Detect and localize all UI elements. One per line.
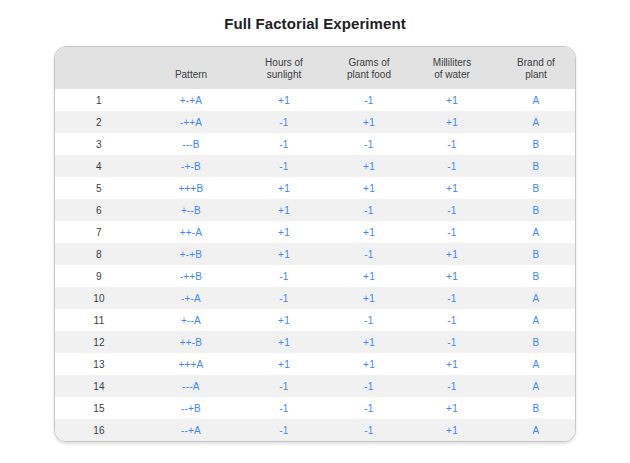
cell-pattern: ---B xyxy=(143,133,239,155)
cell-milliliters-of-water: -1 xyxy=(409,287,495,309)
cell-hours-of-sunlight: +1 xyxy=(239,353,329,375)
cell-grams-of-plant-food: -1 xyxy=(329,397,409,419)
page-title: Full Factorial Experiment xyxy=(0,15,630,32)
cell-row-number: 12 xyxy=(55,331,143,353)
cell-row-number: 3 xyxy=(55,133,143,155)
cell-grams-of-plant-food: -1 xyxy=(329,243,409,265)
cell-hours-of-sunlight: -1 xyxy=(239,397,329,419)
cell-hours-of-sunlight: -1 xyxy=(239,133,329,155)
cell-milliliters-of-water: -1 xyxy=(409,133,495,155)
table-row: 4-+-B-1+1-1B xyxy=(55,155,576,177)
cell-milliliters-of-water: +1 xyxy=(409,177,495,199)
table-row: 1+-+A+1-1+1A xyxy=(55,89,576,111)
cell-pattern: --+A xyxy=(143,419,239,441)
column-header-grams-of-plant-food: Grams of plant food xyxy=(329,47,409,89)
cell-row-number: 1 xyxy=(55,89,143,111)
cell-hours-of-sunlight: +1 xyxy=(239,309,329,331)
cell-milliliters-of-water: +1 xyxy=(409,243,495,265)
cell-grams-of-plant-food: +1 xyxy=(329,111,409,133)
column-header-row-number xyxy=(55,47,143,89)
table-header: Pattern Hours of sunlight Grams of plant… xyxy=(55,47,576,89)
column-header-brand-of-plant: Brand of plant xyxy=(495,47,576,89)
cell-hours-of-sunlight: +1 xyxy=(239,89,329,111)
cell-milliliters-of-water: +1 xyxy=(409,353,495,375)
table-row: 10-+-A-1+1-1A xyxy=(55,287,576,309)
cell-grams-of-plant-food: +1 xyxy=(329,155,409,177)
cell-pattern: +-+A xyxy=(143,89,239,111)
cell-grams-of-plant-food: +1 xyxy=(329,265,409,287)
cell-row-number: 16 xyxy=(55,419,143,441)
cell-grams-of-plant-food: -1 xyxy=(329,199,409,221)
cell-brand-of-plant: A xyxy=(495,111,576,133)
cell-hours-of-sunlight: +1 xyxy=(239,331,329,353)
cell-pattern: --+B xyxy=(143,397,239,419)
cell-brand-of-plant: A xyxy=(495,221,576,243)
cell-grams-of-plant-food: +1 xyxy=(329,177,409,199)
column-header-milliliters-of-water: Milliliters of water xyxy=(409,47,495,89)
table-row: 15--+B-1-1+1B xyxy=(55,397,576,419)
cell-grams-of-plant-food: +1 xyxy=(329,287,409,309)
cell-brand-of-plant: A xyxy=(495,287,576,309)
cell-hours-of-sunlight: -1 xyxy=(239,375,329,397)
cell-grams-of-plant-food: -1 xyxy=(329,309,409,331)
cell-brand-of-plant: B xyxy=(495,133,576,155)
experiment-table-card: Pattern Hours of sunlight Grams of plant… xyxy=(54,46,576,442)
cell-milliliters-of-water: -1 xyxy=(409,221,495,243)
cell-milliliters-of-water: +1 xyxy=(409,111,495,133)
table-body: 1+-+A+1-1+1A2-++A-1+1+1A3---B-1-1-1B4-+-… xyxy=(55,89,576,441)
cell-row-number: 11 xyxy=(55,309,143,331)
cell-grams-of-plant-food: +1 xyxy=(329,221,409,243)
cell-milliliters-of-water: +1 xyxy=(409,397,495,419)
cell-milliliters-of-water: -1 xyxy=(409,309,495,331)
cell-row-number: 7 xyxy=(55,221,143,243)
table-row: 5+++B+1+1+1B xyxy=(55,177,576,199)
cell-pattern: ---A xyxy=(143,375,239,397)
cell-grams-of-plant-food: -1 xyxy=(329,375,409,397)
cell-grams-of-plant-food: -1 xyxy=(329,133,409,155)
cell-pattern: -++B xyxy=(143,265,239,287)
table-row: 14---A-1-1-1A xyxy=(55,375,576,397)
column-header-hours-of-sunlight: Hours of sunlight xyxy=(239,47,329,89)
cell-row-number: 6 xyxy=(55,199,143,221)
cell-hours-of-sunlight: -1 xyxy=(239,111,329,133)
cell-hours-of-sunlight: +1 xyxy=(239,177,329,199)
cell-hours-of-sunlight: +1 xyxy=(239,221,329,243)
cell-pattern: +--A xyxy=(143,309,239,331)
cell-brand-of-plant: A xyxy=(495,89,576,111)
table-header-row: Pattern Hours of sunlight Grams of plant… xyxy=(55,47,576,89)
table-row: 13+++A+1+1+1A xyxy=(55,353,576,375)
cell-brand-of-plant: B xyxy=(495,155,576,177)
cell-brand-of-plant: B xyxy=(495,177,576,199)
cell-pattern: -+-A xyxy=(143,287,239,309)
cell-hours-of-sunlight: +1 xyxy=(239,243,329,265)
cell-grams-of-plant-food: -1 xyxy=(329,419,409,441)
cell-milliliters-of-water: -1 xyxy=(409,375,495,397)
cell-pattern: -+-B xyxy=(143,155,239,177)
cell-brand-of-plant: B xyxy=(495,265,576,287)
cell-row-number: 4 xyxy=(55,155,143,177)
cell-pattern: -++A xyxy=(143,111,239,133)
cell-grams-of-plant-food: -1 xyxy=(329,89,409,111)
cell-row-number: 5 xyxy=(55,177,143,199)
cell-pattern: ++-B xyxy=(143,331,239,353)
cell-row-number: 2 xyxy=(55,111,143,133)
cell-hours-of-sunlight: -1 xyxy=(239,265,329,287)
table-row: 7++-A+1+1-1A xyxy=(55,221,576,243)
cell-pattern: +-+B xyxy=(143,243,239,265)
cell-hours-of-sunlight: +1 xyxy=(239,199,329,221)
cell-hours-of-sunlight: -1 xyxy=(239,155,329,177)
cell-hours-of-sunlight: -1 xyxy=(239,419,329,441)
table-row: 3---B-1-1-1B xyxy=(55,133,576,155)
cell-row-number: 10 xyxy=(55,287,143,309)
cell-brand-of-plant: A xyxy=(495,419,576,441)
cell-brand-of-plant: A xyxy=(495,353,576,375)
cell-brand-of-plant: B xyxy=(495,331,576,353)
cell-row-number: 13 xyxy=(55,353,143,375)
table-row: 16--+A-1-1+1A xyxy=(55,419,576,441)
cell-brand-of-plant: A xyxy=(495,375,576,397)
cell-row-number: 15 xyxy=(55,397,143,419)
table-row: 6+--B+1-1-1B xyxy=(55,199,576,221)
table-row: 2-++A-1+1+1A xyxy=(55,111,576,133)
table-row: 8+-+B+1-1+1B xyxy=(55,243,576,265)
table-row: 12++-B+1+1-1B xyxy=(55,331,576,353)
